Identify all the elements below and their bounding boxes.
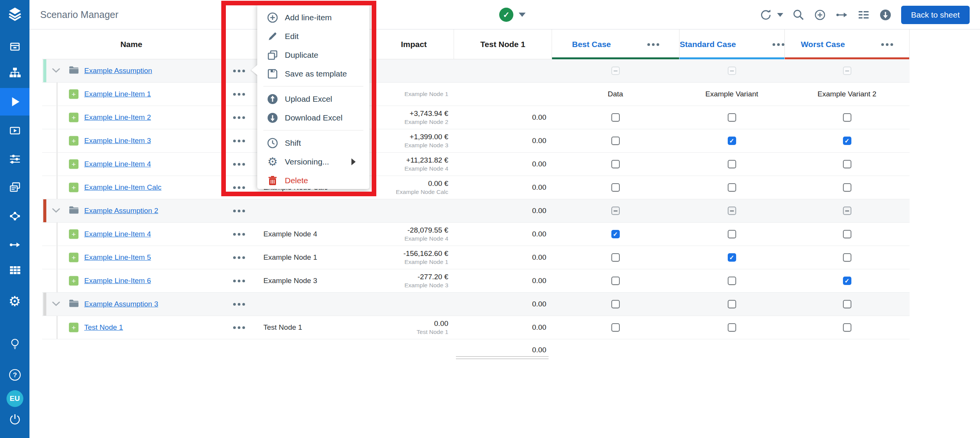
sidebar-item-sitemap[interactable] bbox=[0, 64, 29, 81]
sidebar-item-presentation[interactable] bbox=[0, 122, 29, 139]
row-menu-dots-button[interactable] bbox=[228, 316, 250, 339]
row-name-link[interactable]: Test Node 1 bbox=[84, 323, 123, 332]
menu-item-versioning[interactable]: ⚙Versioning... bbox=[257, 152, 369, 171]
scenario-checkbox-ind-light[interactable] bbox=[728, 67, 736, 75]
row-name-link[interactable]: Example Line-Item 4 bbox=[84, 160, 151, 168]
scenario-checkbox-off[interactable] bbox=[728, 277, 736, 285]
column-header-worst-case[interactable]: Worst Case bbox=[784, 29, 910, 59]
scenario-checkbox-ind-light[interactable] bbox=[611, 67, 620, 75]
chevron-down-icon[interactable] bbox=[52, 67, 60, 74]
case-menu-dots-button[interactable] bbox=[647, 43, 659, 46]
row-name-link[interactable]: Example Line-Item Calc bbox=[84, 183, 162, 192]
scenario-checkbox-off[interactable] bbox=[611, 253, 620, 262]
scenario-checkbox-off[interactable] bbox=[728, 160, 736, 168]
sidebar-item-help[interactable]: ? bbox=[0, 366, 29, 383]
scenario-checkbox-off[interactable] bbox=[843, 230, 851, 238]
add-icon-tile[interactable]: + bbox=[69, 230, 78, 239]
chevron-down-icon[interactable] bbox=[52, 301, 60, 308]
row-menu-dots-button[interactable] bbox=[228, 83, 250, 106]
scenario-checkbox-off[interactable] bbox=[843, 300, 851, 308]
scenario-checkbox-ind[interactable] bbox=[843, 207, 851, 215]
back-to-sheet-button[interactable]: Back to sheet bbox=[901, 6, 970, 24]
row-menu-dots-button[interactable] bbox=[228, 199, 250, 222]
sidebar-item-network[interactable] bbox=[0, 208, 29, 225]
scenario-checkbox-off[interactable] bbox=[611, 323, 620, 332]
scenario-checkbox-off[interactable] bbox=[611, 300, 620, 308]
column-header-standard-case[interactable]: Standard Case bbox=[679, 29, 784, 59]
menu-item-edit[interactable]: Edit bbox=[257, 27, 369, 46]
scenario-checkbox-off[interactable] bbox=[843, 113, 851, 122]
scenario-checkbox-off[interactable] bbox=[728, 113, 736, 122]
scenario-checkbox-off[interactable] bbox=[611, 137, 620, 145]
chevron-down-icon[interactable] bbox=[52, 207, 60, 214]
row-name-link[interactable]: Example Assumption 3 bbox=[84, 300, 158, 308]
row-name-link[interactable]: Example Line-Item 6 bbox=[84, 277, 151, 285]
sidebar-item-scenarios-selected[interactable] bbox=[0, 88, 29, 116]
scenario-checkbox-ind[interactable] bbox=[611, 207, 620, 215]
scenario-checkbox-ind-light[interactable] bbox=[843, 67, 851, 75]
row-menu-dots-button[interactable] bbox=[228, 129, 250, 152]
row-name-link[interactable]: Example Assumption bbox=[84, 67, 152, 75]
refresh-caret-icon[interactable] bbox=[777, 13, 783, 17]
scenario-checkbox-on[interactable]: ✓ bbox=[843, 137, 851, 145]
row-menu-dots-button[interactable] bbox=[228, 176, 250, 199]
row-menu-dots-button[interactable] bbox=[228, 153, 250, 176]
sidebar-item-grid[interactable] bbox=[0, 262, 29, 278]
scenario-checkbox-off[interactable] bbox=[728, 323, 736, 332]
case-menu-dots-button[interactable] bbox=[881, 43, 893, 46]
column-header-best-case[interactable]: Best Case bbox=[552, 29, 679, 59]
scenario-checkbox-off[interactable] bbox=[611, 277, 620, 285]
search-icon[interactable] bbox=[792, 9, 805, 21]
sidebar-item-cards[interactable] bbox=[0, 179, 29, 196]
sidebar-item-logout[interactable] bbox=[0, 411, 29, 428]
add-icon-tile[interactable]: + bbox=[69, 183, 78, 192]
scenario-checkbox-ind[interactable] bbox=[728, 207, 736, 215]
scenario-checkbox-on[interactable]: ✓ bbox=[728, 137, 736, 145]
row-menu-dots-button[interactable] bbox=[228, 246, 250, 269]
row-menu-dots-button[interactable] bbox=[228, 106, 250, 129]
scenario-checkbox-off[interactable] bbox=[843, 183, 851, 192]
row-menu-dots-button[interactable] bbox=[228, 59, 250, 82]
menu-item-duplicate[interactable]: Duplicate bbox=[257, 46, 369, 64]
menu-item-add-line-item[interactable]: Add line-item bbox=[257, 8, 369, 27]
row-name-link[interactable]: Example Line-Item 2 bbox=[84, 113, 151, 122]
refresh-icon[interactable] bbox=[760, 9, 772, 21]
sidebar-item-archive[interactable] bbox=[0, 38, 29, 55]
scenario-checkbox-off[interactable] bbox=[611, 160, 620, 168]
row-name-link[interactable]: Example Line-Item 1 bbox=[84, 90, 151, 98]
add-icon-tile[interactable]: + bbox=[69, 253, 78, 262]
scenario-checkbox-off[interactable] bbox=[728, 183, 736, 192]
download-icon[interactable] bbox=[879, 8, 892, 21]
zoom-in-icon[interactable] bbox=[814, 9, 826, 21]
add-icon-tile[interactable]: + bbox=[69, 113, 78, 122]
scenario-checkbox-off[interactable] bbox=[843, 323, 851, 332]
row-name-link[interactable]: Example Line-Item 4 bbox=[84, 230, 151, 238]
scenario-checkbox-on[interactable]: ✓ bbox=[728, 253, 736, 262]
sidebar-item-settings[interactable]: ⚙ bbox=[0, 293, 29, 310]
scenario-checkbox-off[interactable] bbox=[843, 253, 851, 262]
status-dropdown[interactable]: ✓ bbox=[499, 0, 526, 29]
sidebar-item-ideas[interactable] bbox=[0, 336, 29, 353]
menu-item-delete[interactable]: Delete bbox=[257, 171, 369, 190]
add-icon-tile[interactable]: + bbox=[69, 90, 78, 99]
scenario-checkbox-off[interactable] bbox=[611, 113, 620, 122]
add-icon-tile[interactable]: + bbox=[69, 276, 78, 286]
menu-item-download-excel[interactable]: Download Excel bbox=[257, 108, 369, 127]
add-icon-tile[interactable]: + bbox=[69, 136, 78, 146]
menu-item-upload-excel[interactable]: Upload Excel bbox=[257, 90, 369, 108]
row-name-link[interactable]: Example Line-Item 3 bbox=[84, 137, 151, 145]
case-menu-dots-button[interactable] bbox=[773, 43, 784, 46]
row-name-link[interactable]: Example Line-Item 5 bbox=[84, 253, 151, 262]
sidebar-item-flow[interactable] bbox=[0, 236, 29, 253]
menu-item-save-as-template[interactable]: Save as template bbox=[257, 64, 369, 83]
scenario-checkbox-off[interactable] bbox=[843, 160, 851, 168]
row-menu-dots-button[interactable] bbox=[228, 269, 250, 292]
row-name-link[interactable]: Example Assumption 2 bbox=[84, 207, 158, 215]
user-avatar[interactable]: EU bbox=[0, 390, 29, 407]
jump-to-icon[interactable] bbox=[835, 9, 848, 21]
add-icon-tile[interactable]: + bbox=[69, 160, 78, 169]
menu-item-shift[interactable]: Shift bbox=[257, 134, 369, 152]
row-menu-dots-button[interactable] bbox=[228, 223, 250, 246]
scenario-checkbox-on[interactable]: ✓ bbox=[611, 230, 620, 238]
scenario-checkbox-off[interactable] bbox=[728, 230, 736, 238]
